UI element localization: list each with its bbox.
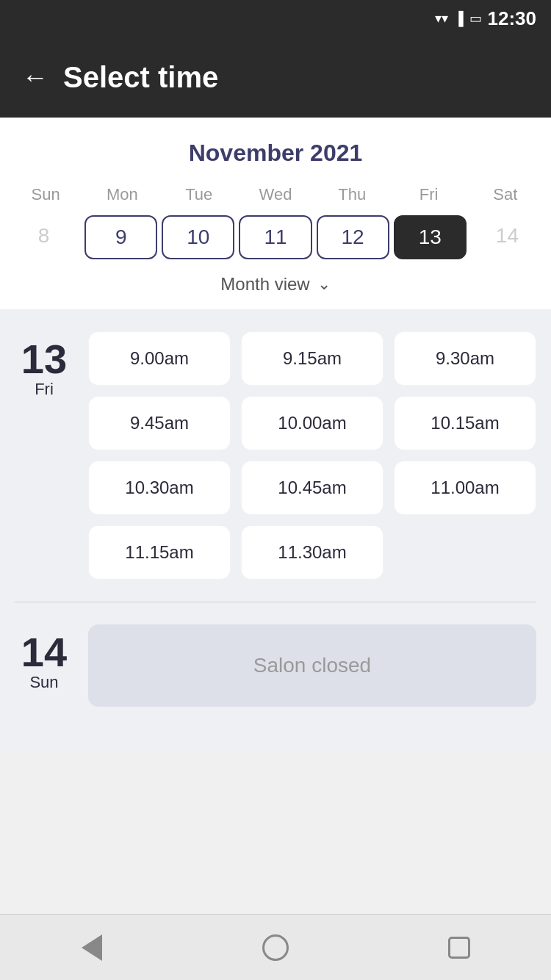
weekday-sun: Sun (7, 181, 84, 208)
date-8[interactable]: 8 (7, 215, 80, 259)
date-10[interactable]: 10 (162, 215, 234, 259)
weekday-sat: Sat (467, 181, 544, 208)
timeslots-section: 13 Fri 9.00am 9.15am 9.30am 9.45am 10.00… (0, 309, 551, 751)
time-slot-0[interactable]: 9.00am (88, 331, 231, 386)
home-nav-icon (262, 934, 289, 961)
weekday-wed: Wed (237, 181, 314, 208)
salon-closed-label: Salon closed (88, 624, 536, 707)
nav-recent-button[interactable] (437, 926, 481, 970)
day-label-14: 14 Sun (15, 624, 73, 707)
day-number-13: 13 (21, 339, 67, 380)
weekday-thu: Thu (314, 181, 390, 208)
day-label-13: 13 Fri (15, 331, 73, 580)
date-12[interactable]: 12 (317, 215, 389, 259)
day-divider (15, 602, 536, 602)
day-name-14: Sun (29, 673, 58, 692)
date-9[interactable]: 9 (84, 215, 157, 259)
time-slot-2[interactable]: 9.30am (394, 331, 536, 386)
weekday-fri: Fri (390, 181, 467, 208)
battery-icon: ▭ (469, 10, 482, 26)
time-slot-5[interactable]: 10.15am (394, 396, 536, 450)
weekday-mon: Mon (84, 181, 160, 208)
date-14[interactable]: 14 (471, 215, 544, 259)
date-row: 8 9 10 11 12 13 14 (0, 208, 551, 267)
calendar-section: November 2021 Sun Mon Tue Wed Thu Fri Sa… (0, 118, 551, 309)
time-slot-6[interactable]: 10.30am (88, 461, 231, 515)
status-time: 12:30 (488, 7, 537, 30)
wifi-icon: ▾▾ (435, 10, 448, 26)
time-slot-1[interactable]: 9.15am (241, 331, 383, 386)
recent-nav-icon (448, 937, 470, 959)
time-slot-4[interactable]: 10.00am (241, 396, 383, 450)
weekday-row: Sun Mon Tue Wed Thu Fri Sat (0, 181, 551, 208)
nav-back-button[interactable] (70, 926, 114, 970)
day-block-14: 14 Sun Salon closed (15, 624, 536, 707)
back-nav-icon (82, 934, 102, 961)
status-icons: ▾▾ ▐ ▭ 12:30 (435, 7, 536, 30)
date-11[interactable]: 11 (239, 215, 311, 259)
app-header: ← Select time (0, 37, 551, 118)
date-13[interactable]: 13 (394, 215, 467, 259)
bottom-nav (0, 914, 551, 980)
time-slot-10[interactable]: 11.30am (241, 525, 383, 580)
month-view-toggle[interactable]: Month view ⌄ (0, 267, 551, 309)
nav-home-button[interactable] (253, 926, 298, 970)
time-slot-8[interactable]: 11.00am (394, 461, 536, 515)
closed-block-14: Salon closed (88, 624, 536, 707)
time-slot-7[interactable]: 10.45am (241, 461, 383, 515)
day-block-13: 13 Fri 9.00am 9.15am 9.30am 9.45am 10.00… (15, 331, 536, 580)
time-slot-9[interactable]: 11.15am (88, 525, 231, 580)
page-title: Select time (63, 61, 218, 94)
status-bar: ▾▾ ▐ ▭ 12:30 (0, 0, 551, 37)
signal-icon: ▐ (454, 11, 464, 26)
day-name-13: Fri (35, 380, 54, 399)
back-button[interactable]: ← (22, 64, 48, 90)
time-slot-3[interactable]: 9.45am (88, 396, 231, 450)
chevron-down-icon: ⌄ (317, 275, 331, 294)
day-number-14: 14 (21, 632, 67, 673)
month-year-label: November 2021 (0, 132, 551, 181)
slots-grid-13: 9.00am 9.15am 9.30am 9.45am 10.00am 10.1… (88, 331, 536, 580)
month-view-label: Month view (220, 274, 309, 295)
weekday-tue: Tue (161, 181, 237, 208)
